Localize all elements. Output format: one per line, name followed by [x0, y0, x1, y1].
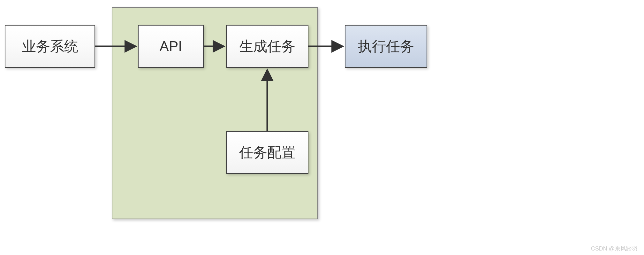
node-api-label: API: [160, 38, 182, 54]
watermark: CSDN @乘风踏羽: [591, 245, 638, 252]
node-execute-task: 执行任务: [345, 25, 427, 68]
node-api: API: [138, 25, 204, 68]
node-generate-task: 生成任务: [226, 25, 308, 68]
node-execute-task-label: 执行任务: [358, 37, 414, 56]
node-generate-task-label: 生成任务: [239, 37, 295, 56]
node-task-config-label: 任务配置: [239, 143, 295, 162]
node-task-config: 任务配置: [226, 131, 308, 174]
node-business-system: 业务系统: [5, 25, 95, 68]
diagram-arrows: [0, 0, 644, 255]
node-business-system-label: 业务系统: [22, 37, 78, 56]
